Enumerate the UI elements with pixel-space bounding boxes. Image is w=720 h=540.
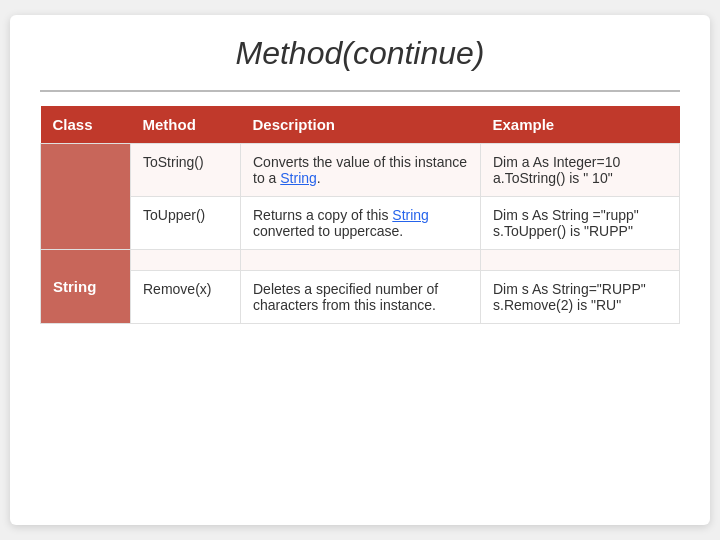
example-cell-remove: Dim s As String="RUPP"s.Remove(2) is "RU… (481, 271, 680, 324)
slide-title: Method(continue) (40, 35, 680, 72)
header-description: Description (241, 106, 481, 144)
table-row: Remove(x) Deletes a specified number of … (41, 271, 680, 324)
table-row-string-label: String (41, 250, 680, 271)
divider (40, 90, 680, 92)
method-cell-tostring: ToString() (131, 144, 241, 197)
method-cell-remove: Remove(x) (131, 271, 241, 324)
desc-cell-toupper: Returns a copy of this String converted … (241, 197, 481, 250)
method-cell-empty (131, 250, 241, 271)
desc-cell-empty (241, 250, 481, 271)
example-cell-tostring: Dim a As Integer=10a.ToString() is " 10" (481, 144, 680, 197)
table-row: ToString() Converts the value of this in… (41, 144, 680, 197)
class-cell-top (41, 144, 131, 250)
main-table: Class Method Description Example ToStrin… (40, 106, 680, 324)
desc-cell-remove: Deletes a specified number of characters… (241, 271, 481, 324)
example-cell-empty (481, 250, 680, 271)
header-class: Class (41, 106, 131, 144)
method-cell-toupper: ToUpper() (131, 197, 241, 250)
string-link-toupper[interactable]: String (392, 207, 429, 223)
slide: Method(continue) Class Method Descriptio… (10, 15, 710, 525)
header-method: Method (131, 106, 241, 144)
header-example: Example (481, 106, 680, 144)
desc-cell-tostring: Converts the value of this instance to a… (241, 144, 481, 197)
string-class-label: String (53, 278, 96, 295)
table-row: ToUpper() Returns a copy of this String … (41, 197, 680, 250)
table-header-row: Class Method Description Example (41, 106, 680, 144)
string-link-tostring[interactable]: String (280, 170, 317, 186)
example-cell-toupper: Dim s As String ="rupp"s.ToUpper() is "R… (481, 197, 680, 250)
class-cell-string: String (41, 250, 131, 324)
